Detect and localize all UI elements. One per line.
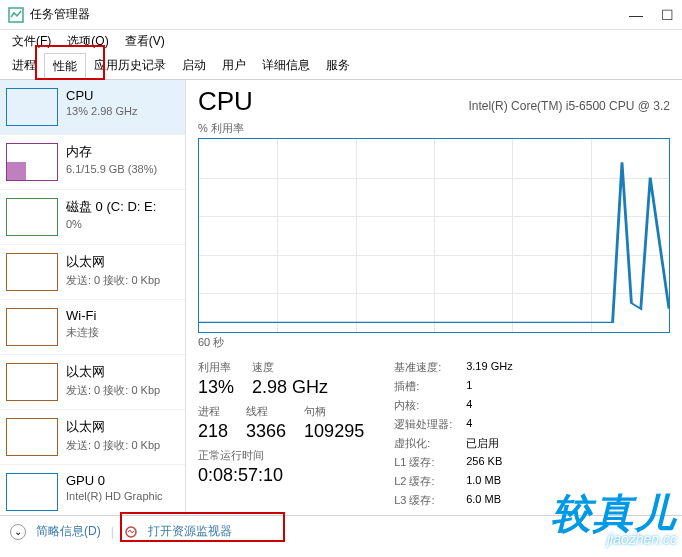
base-speed-k: 基准速度: bbox=[394, 360, 454, 375]
sockets-k: 插槽: bbox=[394, 379, 454, 394]
speed-label: 速度 bbox=[252, 360, 328, 375]
thread-label: 线程 bbox=[246, 404, 286, 419]
l2-v: 1.0 MB bbox=[466, 474, 501, 489]
minimize-button[interactable]: — bbox=[629, 7, 643, 23]
sidebar-sub: 0% bbox=[66, 218, 156, 230]
tab-startup[interactable]: 启动 bbox=[174, 53, 214, 78]
sidebar-item-ethernet-3[interactable]: 以太网发送: 0 接收: 0 Kbp bbox=[0, 410, 185, 465]
sidebar-label: 内存 bbox=[66, 143, 157, 161]
graph-xaxis: 60 秒 bbox=[198, 335, 670, 350]
maximize-button[interactable]: ☐ bbox=[661, 7, 674, 23]
menubar: 文件(F) 选项(O) 查看(V) bbox=[0, 30, 682, 52]
net-thumb bbox=[6, 363, 58, 401]
uptime-value: 0:08:57:10 bbox=[198, 465, 364, 486]
sidebar-label: GPU 0 bbox=[66, 473, 163, 488]
sidebar-label: Wi-Fi bbox=[66, 308, 99, 323]
tab-app-history[interactable]: 应用历史记录 bbox=[86, 53, 174, 78]
sidebar-label: CPU bbox=[66, 88, 138, 103]
window-controls: — ☐ bbox=[629, 7, 674, 23]
proc-value: 218 bbox=[198, 421, 228, 442]
tab-services[interactable]: 服务 bbox=[318, 53, 358, 78]
graph-label: % 利用率 bbox=[198, 121, 670, 136]
sidebar[interactable]: CPU13% 2.98 GHz 内存6.1/15.9 GB (38%) 磁盘 0… bbox=[0, 80, 186, 515]
wifi-thumb bbox=[6, 308, 58, 346]
tab-details[interactable]: 详细信息 bbox=[254, 53, 318, 78]
divider: | bbox=[111, 525, 114, 539]
sidebar-label: 以太网 bbox=[66, 253, 160, 271]
footer: ⌄ 简略信息(D) | 打开资源监视器 bbox=[0, 515, 682, 547]
tab-performance[interactable]: 性能 bbox=[44, 53, 86, 80]
sidebar-sub: 发送: 0 接收: 0 Kbp bbox=[66, 438, 160, 453]
proc-label: 进程 bbox=[198, 404, 228, 419]
handle-label: 句柄 bbox=[304, 404, 364, 419]
uptime-label: 正常运行时间 bbox=[198, 448, 364, 463]
sidebar-sub: 6.1/15.9 GB (38%) bbox=[66, 163, 157, 175]
menu-options[interactable]: 选项(O) bbox=[61, 31, 114, 52]
sidebar-label: 以太网 bbox=[66, 363, 160, 381]
taskmgr-icon bbox=[8, 7, 24, 23]
sockets-v: 1 bbox=[466, 379, 472, 394]
virt-v: 已启用 bbox=[466, 436, 499, 451]
logical-k: 逻辑处理器: bbox=[394, 417, 454, 432]
sidebar-sub: 发送: 0 接收: 0 Kbp bbox=[66, 383, 160, 398]
sidebar-item-ethernet-2[interactable]: 以太网发送: 0 接收: 0 Kbp bbox=[0, 355, 185, 410]
tabbar: 进程 性能 应用历史记录 启动 用户 详细信息 服务 bbox=[0, 52, 682, 80]
window-title: 任务管理器 bbox=[30, 6, 629, 23]
handle-value: 109295 bbox=[304, 421, 364, 442]
disk-thumb bbox=[6, 198, 58, 236]
menu-view[interactable]: 查看(V) bbox=[119, 31, 171, 52]
l2-k: L2 缓存: bbox=[394, 474, 454, 489]
fewer-details-link[interactable]: 简略信息(D) bbox=[36, 523, 101, 540]
main-area: CPU13% 2.98 GHz 内存6.1/15.9 GB (38%) 磁盘 0… bbox=[0, 80, 682, 515]
l1-k: L1 缓存: bbox=[394, 455, 454, 470]
l1-v: 256 KB bbox=[466, 455, 502, 470]
open-resmon-link[interactable]: 打开资源监视器 bbox=[148, 523, 232, 540]
speed-value: 2.98 GHz bbox=[252, 377, 328, 398]
cpu-heading: CPU bbox=[198, 86, 253, 117]
cpu-graph bbox=[198, 138, 670, 333]
sidebar-sub: 未连接 bbox=[66, 325, 99, 340]
l3-v: 6.0 MB bbox=[466, 493, 501, 508]
sidebar-item-gpu[interactable]: GPU 0Intel(R) HD Graphic bbox=[0, 465, 185, 515]
util-value: 13% bbox=[198, 377, 234, 398]
net-thumb bbox=[6, 253, 58, 291]
content-panel: CPU Intel(R) Core(TM) i5-6500 CPU @ 3.2 … bbox=[186, 80, 682, 515]
resmon-icon bbox=[124, 525, 138, 539]
gpu-thumb bbox=[6, 473, 58, 511]
sidebar-label: 磁盘 0 (C: D: E: bbox=[66, 198, 156, 216]
base-speed-v: 3.19 GHz bbox=[466, 360, 512, 375]
titlebar: 任务管理器 — ☐ bbox=[0, 0, 682, 30]
sidebar-sub: 发送: 0 接收: 0 Kbp bbox=[66, 273, 160, 288]
tab-processes[interactable]: 进程 bbox=[4, 53, 44, 78]
cpu-model: Intel(R) Core(TM) i5-6500 CPU @ 3.2 bbox=[468, 99, 670, 113]
sidebar-item-wifi[interactable]: Wi-Fi未连接 bbox=[0, 300, 185, 355]
cores-k: 内核: bbox=[394, 398, 454, 413]
util-label: 利用率 bbox=[198, 360, 234, 375]
sidebar-label: 以太网 bbox=[66, 418, 160, 436]
sidebar-item-ethernet-1[interactable]: 以太网发送: 0 接收: 0 Kbp bbox=[0, 245, 185, 300]
mem-thumb bbox=[6, 143, 58, 181]
cpu-thumb bbox=[6, 88, 58, 126]
sidebar-item-cpu[interactable]: CPU13% 2.98 GHz bbox=[0, 80, 185, 135]
tab-users[interactable]: 用户 bbox=[214, 53, 254, 78]
sidebar-sub: Intel(R) HD Graphic bbox=[66, 490, 163, 502]
virt-k: 虚拟化: bbox=[394, 436, 454, 451]
logical-v: 4 bbox=[466, 417, 472, 432]
net-thumb bbox=[6, 418, 58, 456]
menu-file[interactable]: 文件(F) bbox=[6, 31, 57, 52]
stats-area: 利用率13% 速度2.98 GHz 进程218 线程3366 句柄109295 … bbox=[198, 360, 670, 512]
sidebar-item-disk[interactable]: 磁盘 0 (C: D: E:0% bbox=[0, 190, 185, 245]
l3-k: L3 缓存: bbox=[394, 493, 454, 508]
sidebar-item-memory[interactable]: 内存6.1/15.9 GB (38%) bbox=[0, 135, 185, 190]
thread-value: 3366 bbox=[246, 421, 286, 442]
sidebar-sub: 13% 2.98 GHz bbox=[66, 105, 138, 117]
cores-v: 4 bbox=[466, 398, 472, 413]
chevron-down-icon[interactable]: ⌄ bbox=[10, 524, 26, 540]
